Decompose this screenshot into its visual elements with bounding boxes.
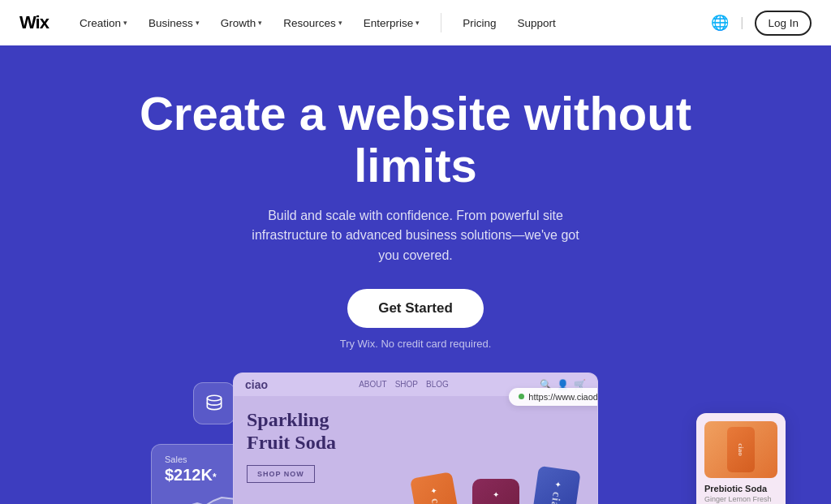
globe-icon[interactable]: 🌐 (711, 14, 729, 32)
get-started-button[interactable]: Get Started (347, 289, 484, 328)
site-preview-body: SparklingFruit Soda SHOP NOW ✦ ciao ✦ ci… (234, 396, 597, 504)
product-can: ciao (727, 427, 755, 472)
preview-area: Sales $212K* ciao ABOUT SHOP BLOG 🔍 (0, 373, 831, 504)
nav-item-support[interactable]: Support (510, 12, 564, 34)
sales-value: $212K* (165, 466, 235, 485)
can-star-icon: ✦ (429, 486, 437, 496)
nav-right: 🌐 | Log In (711, 11, 812, 36)
can-blue-text: ciao (547, 490, 563, 504)
site-nav-about: ABOUT (359, 380, 386, 389)
can-orange-text: ciao (428, 497, 446, 504)
sales-label: Sales (165, 454, 235, 464)
url-badge: https://www.ciaodrinks.com (509, 388, 598, 406)
chevron-down-icon: ▾ (123, 19, 127, 27)
chevron-down-icon: ▾ (196, 19, 200, 27)
red-can: ✦ ciao (472, 479, 519, 504)
sales-chart (165, 491, 236, 504)
site-preview-card: ciao ABOUT SHOP BLOG 🔍 👤 🛒 SparklingFrui… (233, 373, 598, 504)
site-text-column: SparklingFruit Soda SHOP NOW (247, 409, 407, 504)
nav-item-creation[interactable]: Creation ▾ (71, 12, 136, 34)
svg-point-0 (207, 395, 221, 401)
login-button[interactable]: Log In (755, 11, 812, 36)
nav-item-enterprise[interactable]: Enterprise ▾ (355, 12, 428, 34)
can-star-icon: ✦ (493, 490, 499, 499)
site-cans-area: ✦ ciao ✦ ciao ✦ ciao (407, 409, 584, 504)
nav-links: Creation ▾ Business ▾ Growth ▾ Resources… (71, 12, 711, 34)
navbar: Wix Creation ▾ Business ▾ Growth ▾ Resou… (0, 0, 831, 45)
database-icon-widget (193, 382, 235, 424)
blue-can: ✦ ciao (529, 466, 580, 504)
nav-item-growth[interactable]: Growth ▾ (213, 12, 271, 34)
nav-divider (441, 13, 441, 32)
nav-separator: | (740, 15, 743, 30)
chevron-down-icon: ▾ (258, 19, 262, 27)
site-nav-blog: BLOG (426, 380, 449, 389)
site-shop-button[interactable]: SHOP NOW (247, 465, 315, 483)
site-brand-logo: ciao (245, 378, 268, 391)
product-can-text: ciao (737, 443, 745, 456)
nav-item-business[interactable]: Business ▾ (140, 12, 208, 34)
product-image: ciao (704, 421, 777, 478)
chevron-down-icon: ▾ (338, 19, 342, 27)
product-card: ciao Prebiotic Soda Ginger Lemon Fresh D… (696, 413, 786, 504)
nav-item-resources[interactable]: Resources ▾ (275, 12, 351, 34)
hero-title: Create a website without limits (131, 88, 700, 192)
url-text: https://www.ciaodrinks.com (528, 392, 598, 402)
hero-section: Create a website without limits Build an… (0, 45, 831, 504)
database-icon (204, 393, 225, 414)
site-preview-nav-links: ABOUT SHOP BLOG (359, 380, 449, 389)
nav-item-pricing[interactable]: Pricing (454, 12, 504, 34)
site-heading: SparklingFruit Soda (247, 409, 407, 454)
site-nav-shop: SHOP (395, 380, 418, 389)
hero-subtitle: Build and scale with confidence. From po… (245, 206, 586, 266)
chevron-down-icon: ▾ (416, 19, 420, 27)
can-star-icon: ✦ (553, 480, 561, 489)
product-name: Prebiotic Soda (704, 484, 777, 493)
url-status-dot (519, 394, 524, 399)
product-description: Ginger Lemon Fresh Drink (704, 495, 777, 504)
hero-note: Try Wix. No credit card required. (340, 338, 492, 350)
wix-logo[interactable]: Wix (19, 12, 49, 33)
orange-can: ✦ ciao (410, 472, 463, 504)
